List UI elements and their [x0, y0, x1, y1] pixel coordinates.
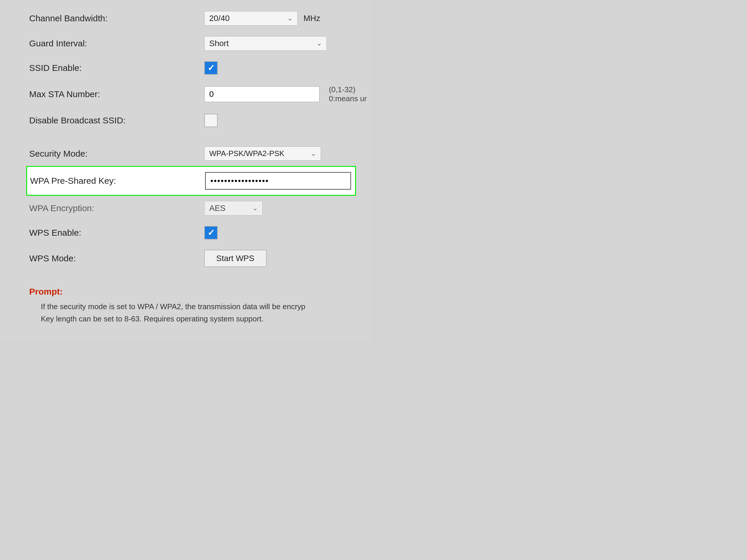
guard-interval-control: Short ⌄: [204, 36, 327, 51]
wpa-key-row: WPA Pre-Shared Key:: [26, 166, 356, 196]
channel-bandwidth-chevron-icon: ⌄: [287, 15, 293, 22]
wpa-key-label: WPA Pre-Shared Key:: [30, 176, 205, 186]
wpa-encryption-label: WPA Encryption:: [29, 203, 204, 213]
settings-container: Channel Bandwidth: 20/40 ⌄ MHz Guard Int…: [0, 0, 370, 342]
wpa-encryption-row: WPA Encryption: AES ⌄: [29, 196, 353, 221]
wpa-encryption-chevron-icon: ⌄: [252, 205, 258, 212]
prompt-line-2: Key length can be set to 8-63. Requires …: [41, 313, 353, 325]
security-mode-select[interactable]: WPA-PSK/WPA2-PSK ⌄: [204, 146, 321, 161]
wps-mode-control: Start WPS: [204, 250, 266, 267]
disable-broadcast-row: Disable Broadcast SSID:: [29, 108, 353, 132]
prompt-title: Prompt:: [29, 287, 353, 297]
max-sta-input[interactable]: [204, 86, 319, 102]
ssid-enable-checkmark-icon: ✓: [207, 63, 215, 72]
start-wps-button[interactable]: Start WPS: [204, 250, 266, 267]
guard-interval-select[interactable]: Short ⌄: [204, 36, 327, 51]
security-mode-label: Security Mode:: [29, 149, 204, 159]
wps-enable-label: WPS Enable:: [29, 228, 204, 238]
channel-bandwidth-label: Channel Bandwidth:: [29, 14, 204, 23]
security-mode-value: WPA-PSK/WPA2-PSK: [209, 149, 284, 158]
wps-mode-row: WPS Mode: Start WPS: [29, 245, 353, 272]
wpa-encryption-control: AES ⌄: [204, 201, 263, 216]
security-mode-row: Security Mode: WPA-PSK/WPA2-PSK ⌄: [29, 141, 353, 166]
wpa-key-input[interactable]: [205, 172, 351, 190]
wps-enable-checkbox[interactable]: ✓: [204, 226, 218, 239]
wps-enable-checkmark-icon: ✓: [207, 229, 215, 237]
max-sta-label: Max STA Number:: [29, 89, 204, 99]
wpa-encryption-select[interactable]: AES ⌄: [204, 201, 263, 216]
guard-interval-label: Guard Interval:: [29, 38, 204, 48]
channel-bandwidth-row: Channel Bandwidth: 20/40 ⌄ MHz: [29, 6, 353, 31]
max-sta-row: Max STA Number: (0,1-32) 0:means ur: [29, 80, 353, 108]
prompt-section: Prompt: If the security mode is set to W…: [29, 287, 353, 331]
max-sta-hint: (0,1-32) 0:means ur: [329, 85, 370, 103]
channel-bandwidth-value: 20/40: [209, 14, 230, 23]
wpa-key-control: [205, 172, 351, 190]
prompt-line-1: If the security mode is set to WPA / WPA…: [41, 301, 353, 313]
security-mode-chevron-icon: ⌄: [311, 150, 316, 158]
guard-interval-row: Guard Interval: Short ⌄: [29, 31, 353, 56]
guard-interval-value: Short: [209, 39, 229, 48]
ssid-enable-row: SSID Enable: ✓: [29, 56, 353, 80]
max-sta-control: (0,1-32) 0:means ur: [204, 85, 370, 103]
security-mode-control: WPA-PSK/WPA2-PSK ⌄: [204, 146, 321, 161]
channel-bandwidth-select[interactable]: 20/40 ⌄: [204, 11, 298, 26]
disable-broadcast-label: Disable Broadcast SSID:: [29, 115, 204, 126]
spacer-1: [29, 132, 353, 141]
wps-enable-control: ✓: [204, 226, 218, 239]
disable-broadcast-control: [204, 114, 218, 127]
ssid-enable-label: SSID Enable:: [29, 63, 204, 73]
wps-enable-row: WPS Enable: ✓: [29, 221, 353, 245]
disable-broadcast-checkbox[interactable]: [204, 114, 218, 127]
guard-interval-chevron-icon: ⌄: [317, 40, 322, 47]
prompt-text: If the security mode is set to WPA / WPA…: [29, 301, 353, 325]
channel-bandwidth-control: 20/40 ⌄ MHz: [204, 11, 320, 26]
ssid-enable-checkbox[interactable]: ✓: [204, 61, 218, 75]
wpa-encryption-value: AES: [209, 204, 226, 213]
wps-mode-label: WPS Mode:: [29, 254, 204, 263]
channel-bandwidth-unit: MHz: [304, 14, 320, 23]
ssid-enable-control: ✓: [204, 61, 218, 75]
